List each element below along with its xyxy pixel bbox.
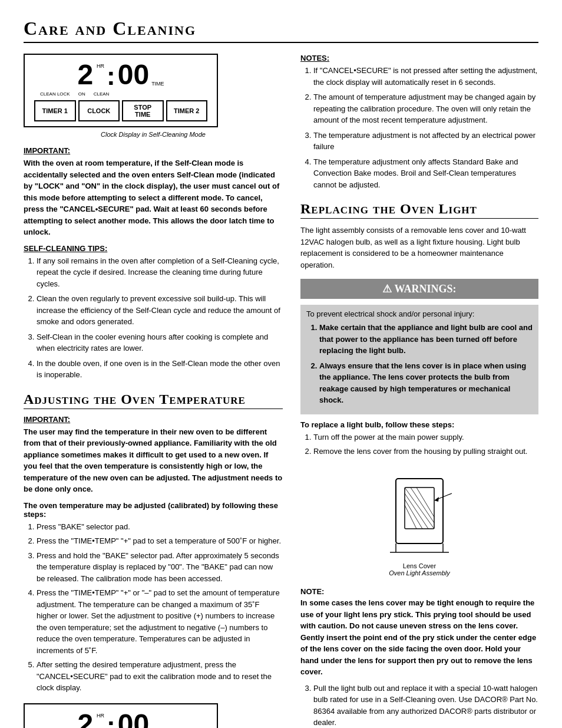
adjusting-heading: Adjusting the Oven Temperature xyxy=(24,391,283,409)
calibrate-heading: The oven temperature may be adjusted (ca… xyxy=(24,501,283,519)
clock-number-1: 2 xyxy=(77,61,93,89)
indicator-clean-lock-1: CLEAN LOCK xyxy=(40,91,70,97)
list-item: The temperature adjustment only affects … xyxy=(313,156,538,191)
clock-hr-1: HR xyxy=(97,63,104,69)
warnings-box-header: ⚠ WARNINGS: xyxy=(300,279,538,299)
timer1-button-1[interactable]: TIMER 1 xyxy=(34,100,76,121)
bottom-note-block: NOTE: In some cases the lens cover may b… xyxy=(300,586,538,678)
clock-caption-1: Clock Display in Self-Cleaning Mode xyxy=(24,131,283,138)
list-item: Turn off the power at the main power sup… xyxy=(313,431,538,443)
oven-light-assembly-label: Oven Light Assembly xyxy=(389,569,450,577)
clock-screen-2: 2 HR : 00 TIME xyxy=(77,710,164,729)
bottom-note-text: In some cases the lens cover may be tigh… xyxy=(300,598,536,676)
indicator-on-1: ON xyxy=(78,91,85,97)
adjusting-important-text: The user may find the temperature in the… xyxy=(24,426,283,495)
svg-line-8 xyxy=(437,493,452,499)
page-title: Care and Cleaning xyxy=(24,18,538,43)
bottom-note-label: NOTE: xyxy=(300,587,324,596)
svg-line-2 xyxy=(405,487,434,529)
oven-light-assembly-image xyxy=(361,467,478,561)
important-label-1: IMPORTANT: xyxy=(24,146,283,155)
clock-inner-2: 2 HR : 00 TIME CLEAN LOCK ON CLEAN TIMER… xyxy=(34,710,207,729)
replace-steps-heading: To replace a light bulb, follow these st… xyxy=(300,420,538,429)
list-item: Press and hold the "BAKE" selector pad. … xyxy=(37,550,283,585)
clock-buttons-1: TIMER 1 CLOCK STOP TIME TIMER 2 xyxy=(34,100,207,121)
stoptime-button-1[interactable]: STOP TIME xyxy=(122,100,164,121)
left-column: 2 HR : 00 TIME CLEAN LOCK ON CLEAN TIMER… xyxy=(24,54,283,728)
clock-colon-1: : xyxy=(107,63,115,89)
list-item: Make certain that the appliance and ligh… xyxy=(319,322,533,357)
oven-image-area: Lens Cover Oven Light Assembly xyxy=(300,467,538,577)
svg-line-4 xyxy=(416,487,434,517)
list-item: Clean the oven regularly to prevent exce… xyxy=(37,293,283,328)
clock-inner-1: 2 HR : 00 TIME CLEAN LOCK ON CLEAN TIMER… xyxy=(34,61,207,121)
indicator-clean-1: CLEAN xyxy=(94,91,110,97)
svg-marker-9 xyxy=(434,497,439,502)
right-column: NOTES: If "CANCEL•SECURE" is not pressed… xyxy=(300,54,538,728)
svg-rect-0 xyxy=(396,479,443,543)
adjusting-important-label: IMPORTANT: xyxy=(24,415,283,424)
important-text-1: With the oven at room temperature, if th… xyxy=(24,157,283,238)
svg-rect-10 xyxy=(396,479,443,543)
list-item: Pull the light bulb out and replace it w… xyxy=(313,683,538,729)
title-text: Care and Cleaning xyxy=(24,18,196,39)
replace-steps-continued-list: Pull the light bulb out and replace it w… xyxy=(300,683,538,729)
warnings-container: ⚠ WARNINGS: To prevent electrical shock … xyxy=(300,279,538,414)
clock-hr-2: HR xyxy=(97,713,104,719)
clock-display-2: 2 HR : 00 TIME CLEAN LOCK ON CLEAN TIMER… xyxy=(24,703,218,729)
replacing-text: The light assembly consists of a removab… xyxy=(300,225,538,271)
clock-zeros-2: 00 xyxy=(118,710,149,729)
list-item: Press "BAKE" selector pad. xyxy=(37,521,283,533)
list-item: Remove the lens cover from the housing b… xyxy=(313,446,538,457)
clock-zeros-1: 00 xyxy=(118,61,149,89)
svg-line-3 xyxy=(411,487,434,523)
notes-block: NOTES: If "CANCEL•SECURE" is not pressed… xyxy=(300,54,538,190)
clock-time-label-1: TIME xyxy=(151,81,164,87)
warnings-list: Make certain that the appliance and ligh… xyxy=(306,322,533,406)
self-cleaning-tips-list: If any soil remains in the oven after co… xyxy=(24,255,283,381)
warnings-content: To prevent electrical shock and/or perso… xyxy=(300,305,538,414)
clock-indicators-1: CLEAN LOCK ON CLEAN xyxy=(34,91,207,97)
calibrate-steps-list: Press "BAKE" selector pad. Press the "TI… xyxy=(24,521,283,694)
clock-number-2: 2 xyxy=(77,710,93,729)
notes-list: If "CANCEL•SECURE" is not pressed after … xyxy=(300,65,538,190)
notes-title: NOTES: xyxy=(300,54,538,62)
clock-screen-1: 2 HR : 00 TIME xyxy=(77,61,164,89)
self-cleaning-tips-label: SELF-CLEANING TIPS: xyxy=(24,244,283,253)
clock-display-1: 2 HR : 00 TIME CLEAN LOCK ON CLEAN TIMER… xyxy=(24,54,218,127)
list-item: The temperature adjustment is not affect… xyxy=(313,130,538,153)
list-item: The amount of temperature adjustment may… xyxy=(313,91,538,126)
list-item: If any soil remains in the oven after co… xyxy=(37,255,283,290)
timer2-button-1[interactable]: TIMER 2 xyxy=(166,100,208,121)
replacing-heading: Replacing the Oven Light xyxy=(300,201,538,219)
lens-cover-label: Lens Cover xyxy=(403,562,436,569)
main-content: 2 HR : 00 TIME CLEAN LOCK ON CLEAN TIMER… xyxy=(24,54,538,728)
list-item: In the double oven, if one oven is in th… xyxy=(37,358,283,381)
svg-line-5 xyxy=(405,493,428,529)
warnings-subtitle: To prevent electrical shock and/or perso… xyxy=(306,309,533,318)
list-item: After setting the desired temperature ad… xyxy=(37,659,283,694)
list-item: If "CANCEL•SECURE" is not pressed after … xyxy=(313,65,538,88)
list-item: Self-Clean in the cooler evening hours a… xyxy=(37,331,283,354)
replace-steps-list: Turn off the power at the main power sup… xyxy=(300,431,538,457)
warnings-title: ⚠ WARNINGS: xyxy=(306,282,533,295)
clock-button-1[interactable]: CLOCK xyxy=(78,100,120,121)
list-item: Always ensure that the lens cover is in … xyxy=(319,360,533,406)
list-item: Press the "TIME•TEMP" "+" or "–" pad to … xyxy=(37,587,283,656)
clock-colon-2: : xyxy=(107,713,115,729)
list-item: Press the "TIME•TEMP" "+" pad to set a t… xyxy=(37,535,283,547)
svg-line-6 xyxy=(405,499,422,529)
